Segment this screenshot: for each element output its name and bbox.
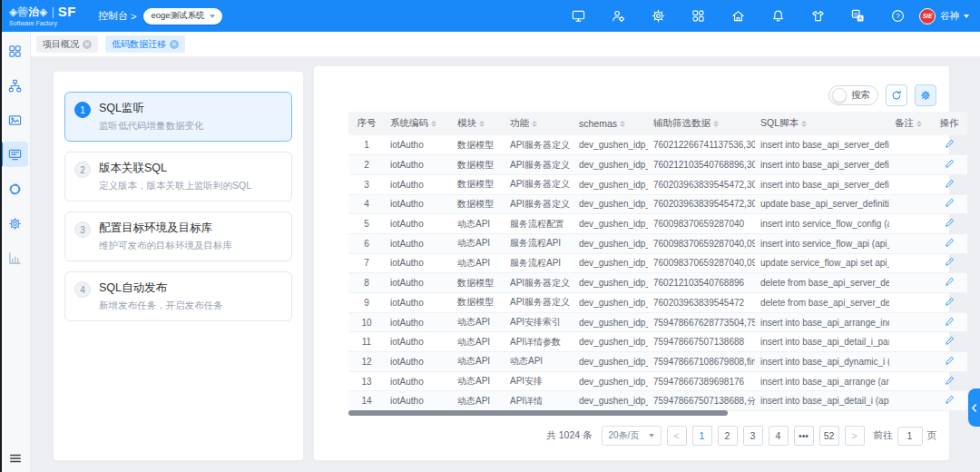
chevron-left-icon [971,404,977,412]
theme-shirt-icon[interactable] [810,9,825,24]
migration-steps-panel: 1 SQL监听 监听低代码增量数据变化 2 版本关联SQL 定义版本，版本关联上… [53,71,304,461]
edit-row-button[interactable] [945,257,955,267]
edit-row-button[interactable] [945,297,955,307]
sort-icon[interactable] [431,121,436,127]
column-header-aux[interactable]: 辅助筛选数据 [648,112,755,135]
sort-icon[interactable] [801,121,807,127]
edit-row-button[interactable] [945,277,955,287]
bar-chart-icon[interactable] [3,245,28,270]
gear-tool-icon[interactable] [3,211,28,236]
brand-abbr: SF [58,5,76,20]
tab-lowcode-data-migration[interactable]: 低码数据迁移 ✕ [105,35,185,53]
edit-row-button[interactable] [945,179,955,189]
cell-remark [889,214,931,234]
page-button-1[interactable]: 1 [692,426,712,446]
tab-project-overview[interactable]: 项目概况 ✕ [36,35,98,53]
cell-schemas: dev_gushen_idp_co [573,371,648,391]
edit-row-button[interactable] [945,395,955,405]
menu-collapse-icon[interactable] [0,452,31,465]
refresh-button[interactable] [886,84,907,106]
translate-icon[interactable]: 中A [850,9,865,24]
user-menu[interactable]: SiE 谷神 [919,8,969,25]
cell-op [931,253,967,273]
sitemap-icon[interactable] [3,73,28,98]
column-header-remark[interactable]: 备注 [889,112,931,135]
bell-icon[interactable] [770,9,785,24]
sort-icon[interactable] [479,121,485,127]
breadcrumb-label[interactable]: 控制台 [98,9,128,23]
edit-row-button[interactable] [945,159,955,169]
cell-op [931,155,967,175]
cell-remark [889,312,931,332]
edit-row-button[interactable] [945,317,955,327]
page-button-3[interactable]: 3 [743,426,763,446]
sort-icon[interactable] [713,121,719,127]
apps-grid-icon[interactable] [691,9,705,24]
horizontal-scrollbar-thumb[interactable] [348,410,728,416]
step-card-version-sql[interactable]: 2 版本关联SQL 定义版本，版本关联上监听到的SQL [64,152,292,202]
pages-image-icon[interactable] [3,107,28,133]
cell-remark [889,194,931,214]
sort-icon[interactable] [532,121,537,127]
step-card-sql-listen[interactable]: 1 SQL监听 监听低代码增量数据变化 [64,92,292,142]
help-icon[interactable]: ? [890,9,905,24]
edit-row-button[interactable] [945,198,955,208]
step-number: 2 [74,162,91,178]
close-icon[interactable]: ✕ [170,40,179,49]
next-page-button[interactable]: > [845,426,865,446]
table-row: 12iotAutho动态API动态APIdev_gushen_idp_co759… [348,352,967,372]
page-button-4[interactable]: 4 [769,426,789,446]
project-select[interactable]: eoge测试系统 [143,8,221,25]
dashboard-grid-icon[interactable] [3,38,28,64]
cell-func: API服务器定义 [505,174,573,194]
edit-row-button[interactable] [945,218,955,228]
page-ellipsis[interactable]: ••• [794,426,814,446]
edit-row-button[interactable] [945,139,955,149]
step-card-target-env[interactable]: 3 配置目标环境及目标库 维护可发布的目标环境及目标库 [64,211,292,261]
data-migration-icon[interactable] [3,142,28,167]
cell-system: iotAutho [385,233,452,253]
search-label: 搜索 [851,89,870,102]
cell-func: API安排索引 [505,312,573,332]
pencil-icon [945,376,955,386]
column-settings-button[interactable] [915,84,936,106]
page-size-select[interactable]: 20条/页 [602,426,662,446]
cell-sql: insert into service_flow_config (api_id,… [755,214,889,234]
cell-no: 12 [348,352,385,372]
sort-icon[interactable] [916,121,922,127]
column-header-sql[interactable]: SQL脚本 [755,112,889,135]
sort-icon[interactable] [620,121,625,127]
cell-op [931,135,967,155]
brand-logo[interactable]: ◈善治◈ | SF Software Factory [0,5,91,27]
settings-gear-icon[interactable] [651,9,665,24]
goto-page-input[interactable] [897,427,923,446]
edit-row-button[interactable] [945,336,955,346]
chevron-down-icon [649,434,654,438]
refresh-icon [891,90,902,101]
edit-row-button[interactable] [945,356,955,366]
column-header-func[interactable]: 功能 [505,112,573,135]
user-settings-icon[interactable] [611,9,625,24]
column-header-system[interactable]: 系统编码 [385,112,452,135]
cell-no: 13 [348,371,385,391]
search-button[interactable]: 搜索 [828,85,878,105]
tab-label: 项目概况 [43,38,79,51]
column-header-schemas[interactable]: schemas [573,112,648,135]
edit-row-button[interactable] [945,376,955,386]
cell-func: API安排 [505,371,573,391]
column-header-module[interactable]: 模块 [452,112,505,135]
cell-system: iotAutho [385,155,452,175]
step-card-auto-publish[interactable]: 4 SQL自动发布 新增发布任务，开启发布任务 [64,271,292,321]
edit-row-button[interactable] [945,238,955,248]
monitor-icon[interactable] [571,9,585,24]
close-icon[interactable]: ✕ [83,40,92,49]
cell-aux: 760203963839545472,3066 [648,174,755,194]
home-icon[interactable] [730,9,745,24]
ring-icon[interactable] [3,176,28,202]
page-button-2[interactable]: 2 [718,426,738,446]
prev-page-button[interactable]: < [667,426,687,446]
table-row: 11iotAutho动态APIAPI详情参数dev_gushen_idp_co7… [348,332,967,352]
page-button-52[interactable]: 52 [819,426,839,446]
panel-collapse-handle[interactable] [968,388,980,427]
pencil-icon [945,297,955,307]
